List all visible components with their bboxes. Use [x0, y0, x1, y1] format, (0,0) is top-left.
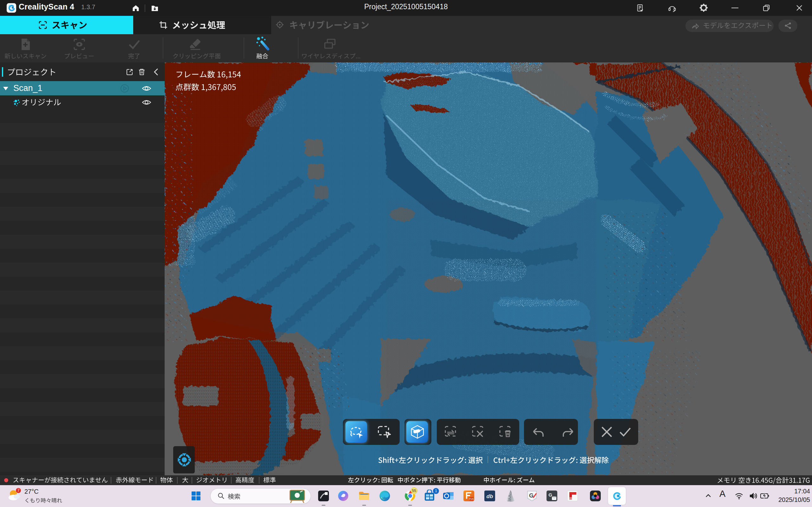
svg-text:7: 7 [17, 488, 20, 493]
svg-text:db: db [487, 493, 493, 499]
svg-text:G: G [529, 493, 534, 499]
svg-text:G: G [548, 492, 552, 498]
svg-text:FUS: FUS [469, 498, 474, 500]
